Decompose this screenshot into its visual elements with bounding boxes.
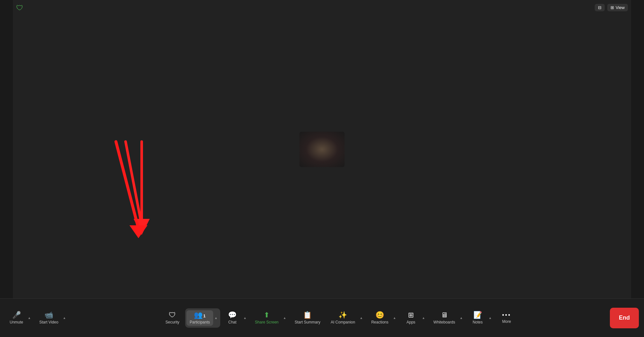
start-summary-group[interactable]: 📋 Start Summary [290, 308, 325, 328]
camera-off-icon: 📹 [44, 312, 53, 319]
whiteboards-button[interactable]: 🖥 Whiteboards [430, 310, 458, 326]
chat-label: Chat [228, 320, 236, 324]
chevron-up-icon: ▲ [459, 316, 463, 320]
apps-group[interactable]: ⊞ Apps ▲ [400, 308, 428, 328]
share-screen-icon: ⬆ [264, 312, 270, 319]
chevron-up-icon: ▲ [243, 316, 247, 320]
more-icon: ••• [502, 312, 511, 318]
share-screen-group[interactable]: ⬆ Share Screen ▲ [251, 308, 289, 328]
start-video-button[interactable]: 📹 Start Video [36, 310, 62, 326]
toolbar-left: 🎤 Unmute ▲ 📹 Start Video ▲ [5, 308, 69, 328]
video-chevron[interactable]: ▲ [62, 316, 67, 320]
start-summary-button[interactable]: 📋 Start Summary [291, 310, 324, 326]
top-right-controls: ⊟ ⊞ View [595, 4, 628, 11]
share-screen-button[interactable]: ⬆ Share Screen [252, 310, 282, 326]
reactions-label: Reactions [371, 320, 388, 324]
whiteboards-icon: 🖥 [441, 312, 448, 319]
microphone-muted-icon: 🎤 [12, 312, 21, 319]
notes-label: Notes [473, 320, 483, 324]
chat-chevron[interactable]: ▲ [242, 316, 248, 320]
view-icon: ⊞ [611, 5, 614, 10]
chat-button[interactable]: 💬 Chat [223, 310, 242, 326]
ai-companion-group[interactable]: ✨ AI Companion ▲ [326, 308, 365, 328]
main-video-area [13, 0, 631, 298]
apps-label: Apps [406, 320, 415, 324]
view-label: View [616, 5, 625, 10]
ai-companion-chevron[interactable]: ▲ [358, 316, 364, 320]
bottom-toolbar: 🎤 Unmute ▲ 📹 Start Video ▲ 🛡 Security [0, 298, 644, 337]
chevron-up-icon: ▲ [214, 316, 218, 320]
unmute-button[interactable]: 🎤 Unmute [6, 310, 26, 326]
chat-group[interactable]: 💬 Chat ▲ [222, 308, 249, 328]
shield-green-icon: 🛡 [16, 4, 23, 12]
whiteboards-group[interactable]: 🖥 Whiteboards ▲ [429, 308, 465, 328]
chevron-up-icon: ▲ [488, 316, 492, 320]
start-video-label: Start Video [39, 320, 58, 324]
ai-companion-button[interactable]: ✨ AI Companion [327, 310, 358, 326]
start-video-group[interactable]: 📹 Start Video ▲ [35, 308, 69, 328]
participants-button[interactable]: 👥1 Participants [186, 310, 213, 326]
chevron-up-icon: ▲ [283, 316, 286, 320]
video-thumbnail [299, 132, 345, 167]
chevron-up-icon: ▲ [393, 316, 396, 320]
participants-label: Participants [190, 320, 210, 324]
participants-icon: 👥1 [194, 312, 205, 319]
reactions-icon: 😊 [375, 312, 384, 319]
apps-chevron[interactable]: ▲ [421, 316, 426, 320]
end-button[interactable]: End [610, 308, 639, 328]
toolbar-right: End [610, 308, 639, 328]
chevron-up-icon: ▲ [28, 316, 31, 320]
unmute-chevron[interactable]: ▲ [26, 316, 32, 320]
security-icon: 🛡 [169, 312, 176, 319]
share-screen-chevron[interactable]: ▲ [282, 316, 288, 320]
notes-icon: 📝 [473, 312, 482, 319]
chevron-up-icon: ▲ [63, 316, 66, 320]
chevron-up-icon: ▲ [360, 316, 363, 320]
notes-chevron[interactable]: ▲ [487, 316, 493, 320]
left-sidebar-strip [0, 0, 13, 298]
notes-button[interactable]: 📝 Notes [468, 310, 487, 326]
summary-icon: 📋 [303, 312, 312, 319]
more-label: More [502, 319, 511, 324]
reactions-group[interactable]: 😊 Reactions ▲ [367, 308, 399, 328]
apps-icon: ⊞ [408, 312, 414, 319]
more-group[interactable]: ••• More [496, 309, 517, 327]
view-button[interactable]: ⊞ View [607, 4, 628, 11]
toolbar-center: 🛡 Security 👥1 Participants ▲ 💬 Chat [69, 308, 610, 328]
reactions-button[interactable]: 😊 Reactions [368, 310, 392, 326]
apps-button[interactable]: ⊞ Apps [401, 310, 421, 326]
unmute-group[interactable]: 🎤 Unmute ▲ [5, 308, 33, 328]
participant-count: 1 [203, 314, 205, 318]
start-summary-label: Start Summary [295, 320, 320, 324]
security-badge-topleft: 🛡 [16, 4, 23, 12]
share-screen-label: Share Screen [255, 320, 279, 324]
reactions-chevron[interactable]: ▲ [392, 316, 397, 320]
whiteboards-label: Whiteboards [433, 320, 455, 324]
security-group[interactable]: 🛡 Security [161, 308, 184, 328]
security-label: Security [166, 320, 179, 324]
ai-companion-icon: ✨ [338, 312, 347, 319]
participants-group[interactable]: 👥1 Participants ▲ [185, 308, 220, 328]
more-button[interactable]: ••• More [497, 311, 516, 325]
whiteboards-chevron[interactable]: ▲ [458, 316, 464, 320]
notes-group[interactable]: 📝 Notes ▲ [467, 308, 494, 328]
window-icon-button[interactable]: ⊟ [595, 4, 605, 11]
ai-companion-label: AI Companion [331, 320, 355, 324]
security-button[interactable]: 🛡 Security [162, 310, 183, 326]
right-sidebar-strip [631, 0, 644, 298]
chevron-up-icon: ▲ [422, 316, 425, 320]
chat-icon: 💬 [228, 312, 237, 319]
unmute-label: Unmute [10, 320, 23, 324]
window-icon: ⊟ [598, 5, 601, 10]
participants-chevron[interactable]: ▲ [213, 316, 219, 320]
